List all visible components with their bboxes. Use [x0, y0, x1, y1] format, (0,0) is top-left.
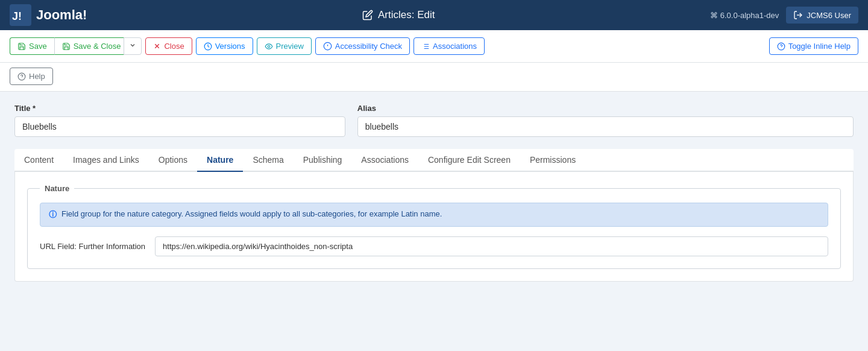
nature-info-text: Field group for the nature category. Ass… — [61, 209, 442, 218]
preview-label: Preview — [276, 42, 304, 51]
save-dropdown-button[interactable] — [124, 37, 142, 55]
toolbar-row2: Help — [0, 63, 868, 92]
navbar-right: ⌘ 6.0.0-alpha1-dev JCMS6 User — [710, 7, 858, 24]
alias-input[interactable] — [357, 116, 854, 137]
user-name: JCMS6 User — [807, 11, 851, 20]
preview-button[interactable]: Preview — [257, 37, 312, 55]
nature-fieldset: Nature ⓘ Field group for the nature cate… — [27, 184, 841, 269]
svg-point-6 — [268, 45, 270, 48]
title-input[interactable] — [14, 116, 345, 137]
navbar: J! Joomla! Articles: Edit ⌘ 6.0.0-alpha1… — [0, 0, 868, 30]
save-icon — [17, 42, 26, 51]
user-menu-button[interactable]: JCMS6 User — [786, 7, 858, 24]
accessibility-label: Accessibility Check — [335, 42, 402, 51]
alias-label: Alias — [357, 104, 854, 113]
save-label: Save — [29, 42, 47, 51]
title-group: Title * — [14, 104, 345, 137]
version-label: ⌘ 6.0.0-alpha1-dev — [710, 11, 779, 20]
tab-permissions[interactable]: Permissions — [520, 149, 585, 172]
edit-icon — [362, 10, 373, 21]
url-field-row: URL Field: Further Information — [40, 236, 828, 256]
url-field-label: URL Field: Further Information — [40, 242, 145, 251]
tab-nature[interactable]: Nature — [197, 149, 243, 172]
tab-options[interactable]: Options — [149, 149, 197, 172]
brand: J! Joomla! — [10, 4, 87, 26]
page-title: Articles: Edit — [378, 9, 435, 21]
tab-configure-edit-screen[interactable]: Configure Edit Screen — [418, 149, 520, 172]
save-close-button[interactable]: Save & Close — [54, 37, 128, 55]
title-alias-row: Title * Alias — [14, 104, 854, 137]
save-button[interactable]: Save — [10, 37, 54, 55]
tab-images-links[interactable]: Images and Links — [63, 149, 149, 172]
associations-button[interactable]: Associations — [414, 37, 485, 55]
tab-publishing[interactable]: Publishing — [294, 149, 352, 172]
nature-legend: Nature — [40, 184, 74, 193]
accessibility-icon — [323, 42, 332, 51]
versions-icon — [204, 42, 212, 51]
associations-label: Associations — [433, 42, 477, 51]
help-label: Help — [29, 72, 45, 81]
help-button[interactable]: Help — [10, 68, 53, 85]
nature-panel: Nature ⓘ Field group for the nature cate… — [14, 172, 854, 282]
versions-button[interactable]: Versions — [196, 37, 253, 55]
close-button[interactable]: Close — [145, 37, 192, 55]
preview-icon — [265, 42, 273, 51]
close-icon — [153, 42, 161, 50]
chevron-down-icon — [129, 42, 136, 49]
help-icon — [17, 72, 26, 81]
associations-icon — [421, 42, 430, 51]
tab-content[interactable]: Content — [14, 149, 63, 172]
info-icon: ⓘ — [49, 209, 57, 220]
versions-label: Versions — [215, 42, 245, 51]
toolbar: Save Save & Close Close Versions — [0, 30, 868, 63]
joomla-logo: J! — [10, 4, 31, 26]
url-field-input[interactable] — [155, 236, 828, 256]
toggle-help-icon — [777, 42, 785, 51]
svg-text:J!: J! — [12, 10, 22, 22]
toggle-help-button[interactable]: Toggle Inline Help — [769, 37, 858, 55]
tabs-wrapper: Content Images and Links Options Nature … — [14, 149, 854, 172]
page-title-wrapper: Articles: Edit — [362, 9, 435, 21]
user-exit-icon — [793, 10, 803, 20]
tab-schema[interactable]: Schema — [243, 149, 293, 172]
nature-info-alert: ⓘ Field group for the nature category. A… — [40, 203, 828, 227]
title-label: Title * — [14, 104, 345, 113]
toggle-help-label: Toggle Inline Help — [788, 42, 851, 51]
brand-name: Joomla! — [36, 7, 87, 23]
alias-group: Alias — [357, 104, 854, 137]
tabs-list: Content Images and Links Options Nature … — [14, 149, 854, 172]
tab-associations[interactable]: Associations — [351, 149, 418, 172]
save-close-icon — [62, 42, 71, 51]
main-content: Title * Alias Content Images and Links O… — [0, 92, 868, 294]
accessibility-button[interactable]: Accessibility Check — [315, 37, 410, 55]
close-label: Close — [164, 42, 184, 51]
save-close-label: Save & Close — [74, 42, 121, 51]
save-button-group: Save Save & Close — [10, 37, 142, 55]
